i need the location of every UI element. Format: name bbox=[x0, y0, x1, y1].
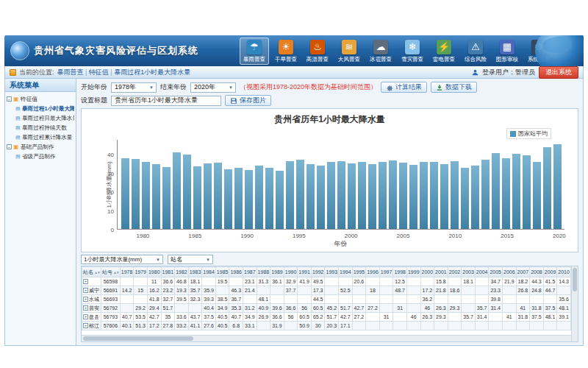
value-cell bbox=[420, 277, 434, 286]
col-year[interactable]: 1984 bbox=[202, 267, 216, 277]
col-year[interactable]: 1985 bbox=[215, 267, 229, 277]
nav-item-map-review[interactable]: ▦图形审核 bbox=[492, 38, 522, 65]
col-year[interactable]: 1986 bbox=[229, 267, 243, 277]
data-download-button[interactable]: 数据下载 bbox=[431, 82, 477, 93]
col-year[interactable]: 1980 bbox=[147, 267, 161, 277]
breadcrumb-item[interactable]: 暴雨过程1小时最大降水量 bbox=[114, 68, 190, 76]
col-station-id[interactable]: 站号▲▼ bbox=[101, 267, 120, 277]
col-year[interactable]: 2006 bbox=[503, 267, 517, 277]
nav-item-hail[interactable]: ☁冰雹普查 bbox=[366, 38, 395, 65]
expand-row-icon[interactable]: + bbox=[83, 279, 88, 284]
col-year[interactable]: 2001 bbox=[434, 267, 448, 277]
col-year[interactable]: 2004 bbox=[475, 267, 489, 277]
col-year[interactable]: 1989 bbox=[270, 267, 284, 277]
tree-item[interactable]: ▤省级产品制作 bbox=[7, 152, 74, 161]
col-year[interactable]: 2007 bbox=[516, 267, 530, 277]
nav-item-snow[interactable]: ❄雪灾普查 bbox=[398, 38, 427, 65]
tree-folder[interactable]: -▣基础产品制作 bbox=[7, 142, 74, 152]
col-year[interactable]: 2000 bbox=[420, 267, 434, 277]
value-cell: 53.5 bbox=[134, 313, 148, 322]
collapse-icon[interactable]: - bbox=[7, 144, 12, 149]
start-year-value: 1978年 bbox=[115, 82, 136, 92]
value-cell: 35.9 bbox=[202, 286, 216, 295]
value-cell bbox=[462, 286, 476, 295]
rainstorm-icon: ☂ bbox=[247, 40, 262, 54]
logout-button[interactable]: 退出系统 bbox=[539, 66, 578, 79]
col-station-name[interactable]: 站名▲▼ bbox=[82, 267, 101, 277]
app-logo-icon bbox=[10, 41, 29, 60]
col-year[interactable]: 1988 bbox=[257, 267, 270, 277]
variable-filter-select[interactable]: 1小时最大降水量(mm) ▼ bbox=[81, 255, 163, 264]
value-cell: 35.6 bbox=[557, 295, 571, 304]
station-name-cell: +榕江 bbox=[82, 322, 101, 330]
vertical-scrollbar-thumb[interactable] bbox=[573, 268, 577, 291]
col-year[interactable]: 1998 bbox=[393, 267, 407, 277]
col-year[interactable]: 1991 bbox=[298, 267, 312, 277]
nav-item-drought[interactable]: ☀干旱普查 bbox=[271, 38, 301, 65]
drought-icon: ☀ bbox=[279, 40, 293, 54]
nav-item-wind[interactable]: ≋大风普查 bbox=[334, 38, 364, 65]
col-year[interactable]: 1979 bbox=[134, 267, 148, 277]
tree-item[interactable]: ▤暴雨过程日最大降水量 bbox=[7, 113, 74, 123]
tree-item[interactable]: ▤暴雨过程持续天数 bbox=[7, 123, 74, 132]
chart-title-input[interactable] bbox=[111, 96, 221, 106]
calculate-button[interactable]: 计算结果 bbox=[381, 82, 427, 93]
vertical-scrollbar[interactable] bbox=[571, 266, 578, 342]
horizontal-scrollbar[interactable] bbox=[82, 335, 571, 342]
station-filter-select[interactable]: 站名 ▼ bbox=[168, 255, 213, 264]
expand-row-icon[interactable]: + bbox=[83, 323, 88, 328]
x-tick-label: 2005 bbox=[397, 233, 410, 239]
nav-item-lightning[interactable]: ⚡雷电普查 bbox=[429, 38, 459, 65]
end-year-select[interactable]: 2020年 ▼ bbox=[190, 82, 236, 93]
breadcrumb-item[interactable]: 特征值 bbox=[89, 68, 109, 76]
col-year[interactable]: 1996 bbox=[366, 267, 380, 277]
tree-item[interactable]: ▤暴雨过程累计降水量 bbox=[7, 132, 74, 142]
value-cell bbox=[188, 304, 202, 313]
col-year[interactable]: 2002 bbox=[448, 267, 462, 277]
breadcrumb-separator: | bbox=[84, 68, 89, 76]
sort-icon[interactable]: ▲▼ bbox=[94, 270, 100, 275]
tree-item[interactable]: ▤暴雨过程1小时最大降水量 bbox=[7, 104, 74, 113]
col-year[interactable]: 1990 bbox=[284, 267, 298, 277]
col-year[interactable]: 1992 bbox=[311, 267, 325, 277]
value-cell bbox=[462, 295, 476, 304]
nav-item-rainstorm[interactable]: ☂暴雨普查 bbox=[240, 38, 269, 65]
tree-folder[interactable]: -▣特征值 bbox=[7, 94, 74, 104]
col-year[interactable]: 1999 bbox=[406, 267, 420, 277]
expand-row-icon[interactable]: + bbox=[83, 314, 88, 319]
nav-item-high-temp[interactable]: ♨高温普查 bbox=[303, 38, 332, 65]
chart-bars bbox=[117, 140, 564, 230]
value-cell: 40.1 bbox=[120, 322, 134, 330]
sort-icon[interactable]: ▲▼ bbox=[113, 270, 119, 275]
breadcrumb-item[interactable]: 暴雨普查 bbox=[57, 68, 84, 76]
col-year[interactable]: 2008 bbox=[530, 267, 544, 277]
horizontal-scrollbar-thumb[interactable] bbox=[83, 336, 193, 341]
col-year[interactable]: 1987 bbox=[243, 267, 257, 277]
col-year[interactable]: 1982 bbox=[175, 267, 189, 277]
col-year[interactable]: 1978 bbox=[120, 267, 134, 277]
col-year[interactable]: 2005 bbox=[489, 267, 503, 277]
value-cell: 34.9 bbox=[215, 304, 229, 313]
save-image-button[interactable]: 保存图片 bbox=[225, 95, 271, 106]
col-year[interactable]: 1983 bbox=[188, 267, 202, 277]
col-year[interactable]: 1995 bbox=[352, 267, 366, 277]
col-year[interactable]: 1997 bbox=[379, 267, 393, 277]
collapse-icon[interactable]: - bbox=[7, 96, 12, 102]
expand-row-icon[interactable]: + bbox=[83, 297, 88, 302]
chart-bar bbox=[214, 163, 222, 229]
start-year-select[interactable]: 1978年 ▼ bbox=[111, 82, 157, 93]
col-year[interactable]: 2010 bbox=[557, 267, 571, 277]
col-year[interactable]: 2003 bbox=[462, 267, 476, 277]
value-cell bbox=[120, 295, 134, 304]
value-cell: 29.3 bbox=[448, 304, 462, 313]
value-cell: 29.4 bbox=[147, 304, 161, 313]
expand-row-icon[interactable]: + bbox=[83, 288, 88, 293]
expand-row-icon[interactable]: + bbox=[83, 305, 88, 311]
col-year[interactable]: 1994 bbox=[339, 267, 353, 277]
col-year[interactable]: 1981 bbox=[161, 267, 175, 277]
nav-item-risk[interactable]: ⚠综合风险 bbox=[461, 38, 490, 65]
col-year[interactable]: 2009 bbox=[543, 267, 557, 277]
chart-bar bbox=[461, 168, 469, 229]
page-icon: ▤ bbox=[15, 125, 21, 131]
col-year[interactable]: 1993 bbox=[325, 267, 339, 277]
